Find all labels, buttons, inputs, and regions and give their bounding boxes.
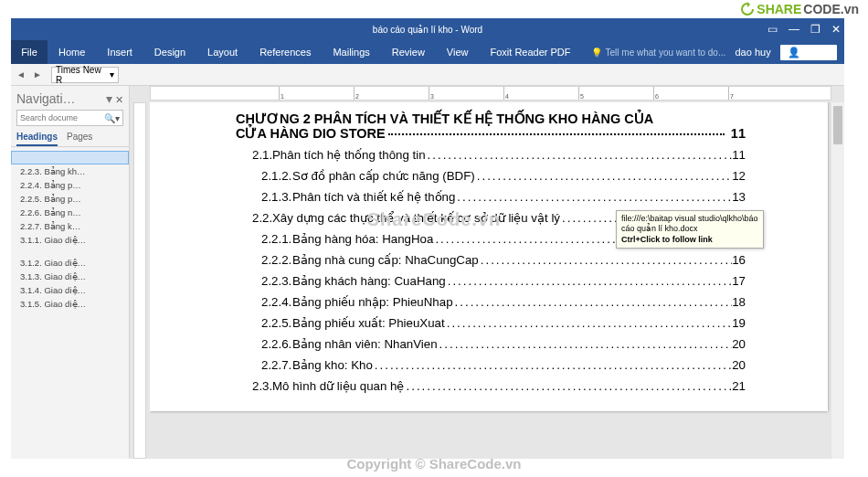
ribbon-tab-design[interactable]: Design [143, 40, 196, 64]
toc-number: 2.2.6. [236, 337, 292, 351]
nav-heading-item[interactable]: 3.1.1. Giao diệ… [11, 233, 129, 247]
toc-entry[interactable]: 2.2.7.Bảng kho: Kho ....................… [236, 358, 746, 372]
toc-page: 11 [732, 148, 746, 162]
toc-entry[interactable]: 2.2.6.Bảng nhân viên: NhanVien .........… [236, 337, 746, 351]
ribbon-tab-references[interactable]: References [249, 40, 322, 64]
vertical-ruler[interactable] [133, 102, 146, 459]
nav-heading-item[interactable]: 3.1.5. Giao diệ… [11, 297, 129, 311]
toc-text: Mô hình dữ liệu quan hệ [272, 379, 405, 393]
toc-entry[interactable]: 2.2.4.Bảng phiếu nhập: PhieuNhap .......… [236, 295, 746, 309]
site-watermark-logo: SHARECODE.vn [740, 2, 859, 16]
close-button[interactable]: ✕ [831, 23, 841, 36]
toc-page: 20 [732, 358, 746, 372]
nav-forward-icon[interactable]: ► [31, 69, 44, 81]
nav-heading-item[interactable]: 3.1.3. Giao diệ… [11, 270, 129, 283]
document-page[interactable]: CHƯƠNG 2 PHÂN TÍCH VÀ THIẾT KẾ HỆ THỐNG … [150, 102, 828, 411]
restore-button[interactable]: ❐ [810, 23, 820, 36]
recycle-icon [740, 2, 755, 16]
chevron-down-icon: ▾ [110, 69, 114, 80]
toc-number: 2.2.2. [236, 253, 292, 267]
toc-text: Xây dựng các thực thể và thiết kế cơ sở … [272, 211, 560, 225]
nav-heading-item[interactable] [11, 151, 129, 164]
nav-tab-pages[interactable]: Pages [67, 132, 92, 146]
toc-number: 2.2.7. [236, 358, 292, 372]
ribbon-tab-insert[interactable]: Insert [96, 40, 143, 64]
toc-page: 13 [732, 190, 746, 204]
toc-text: Bảng phiếu xuất: PhieuXuat [292, 316, 445, 330]
tell-me-box[interactable]: 💡 Tell me what you want to do... [582, 48, 736, 58]
ribbon-tab-layout[interactable]: Layout [196, 40, 249, 64]
window-title: báo cáo quản lí kho - Word [373, 25, 482, 35]
toc-text: Bảng kho: Kho [292, 358, 373, 372]
toc-leader: ........................................… [405, 379, 733, 393]
toc-number: 2.1. [236, 148, 272, 162]
toc-entry[interactable]: 2.1.2.Sơ đồ phân cấp chức năng (BDF) ...… [236, 169, 746, 183]
ribbon: File HomeInsertDesignLayoutReferencesMai… [11, 40, 844, 64]
nav-heading-item[interactable]: 2.2.5. Bảng p… [11, 192, 129, 206]
horizontal-ruler[interactable]: 1234567 [150, 86, 831, 101]
minimize-button[interactable]: — [789, 23, 799, 36]
toc-leader [388, 133, 725, 135]
ribbon-display-icon[interactable]: ▭ [767, 23, 778, 36]
quick-access-toolbar: ◄ ► Times New R▾ [11, 64, 844, 86]
word-window: báo cáo quản lí kho - Word ▭ — ❐ ✕ File … [11, 18, 844, 459]
bulb-icon: 💡 [591, 48, 602, 58]
toc-entry[interactable]: 2.1.3.Phân tích và thiết kế hệ thống ...… [236, 190, 746, 204]
chapter-title-line2: CỬA HÀNG DIO STORE [236, 126, 386, 141]
navpane-close-icon[interactable]: ✕ [115, 94, 123, 105]
toc-leader: ........................................… [453, 295, 733, 309]
nav-back-icon[interactable]: ◄ [15, 69, 27, 81]
toc-page: 18 [732, 295, 746, 309]
toc-entry[interactable]: 2.1.Phân tích hệ thống thông tin .......… [236, 148, 746, 162]
toc-text: Bảng hàng hóa: HangHoa [292, 232, 433, 246]
toc-text: Bảng nhân viên: NhanVien [292, 337, 438, 351]
toc-number: 2.2.5. [236, 316, 292, 330]
navigation-search[interactable]: 🔍▾ [16, 110, 123, 126]
nav-heading-item[interactable]: 3.1.4. Giao diệ… [11, 283, 129, 297]
ribbon-tab-home[interactable]: Home [48, 40, 96, 64]
search-input[interactable] [20, 113, 93, 122]
toc-page: 20 [732, 337, 746, 351]
bottom-watermark: Copyright © ShareCode.vn [346, 456, 521, 472]
share-icon: 👤 [788, 47, 800, 58]
toc-text: Bảng nhà cung cấp: NhaCungCap [292, 253, 479, 267]
toc-leader: ........................................… [446, 274, 733, 288]
font-name-dropdown[interactable]: Times New R▾ [51, 67, 119, 83]
toc-number: 2.1.2. [236, 169, 292, 183]
navigation-pane-title: Navigati… [16, 91, 76, 106]
chapter-title-line1: CHƯƠNG 2 PHÂN TÍCH VÀ THIẾT KẾ HỆ THỐNG … [236, 111, 653, 126]
nav-heading-item[interactable]: 2.2.6. Bảng n… [11, 206, 129, 219]
account-user[interactable]: dao huy [735, 47, 770, 58]
nav-heading-item[interactable]: 2.2.7. Bảng k… [11, 219, 129, 233]
toc-leader: ........................................… [426, 148, 733, 162]
toc-leader: ........................................… [445, 316, 733, 330]
toc-text: Sơ đồ phân cấp chức năng (BDF) [292, 169, 475, 183]
nav-heading-item[interactable]: 2.2.3. Bảng kh… [11, 164, 129, 178]
share-button[interactable]: 👤 Share [780, 45, 837, 60]
toc-entry[interactable]: 2.2.2.Bảng nhà cung cấp: NhaCungCap ....… [236, 253, 746, 267]
scrollbar-thumb[interactable] [833, 106, 842, 144]
chapter-page: 11 [727, 126, 746, 141]
ribbon-tab-view[interactable]: View [436, 40, 480, 64]
toc-text: Phân tích hệ thống thông tin [272, 148, 426, 162]
ribbon-tab-foxit-reader-pdf[interactable]: Foxit Reader PDF [480, 40, 582, 64]
file-tab[interactable]: File [11, 40, 48, 64]
toc-leader: ........................................… [373, 358, 732, 372]
toc-entry[interactable]: 2.2.3.Bảng khách hàng: CuaHang .........… [236, 274, 746, 288]
nav-heading-item[interactable]: 2.2.4. Bảng p… [11, 178, 129, 192]
toc-number: 2.2. [236, 211, 272, 225]
nav-tab-headings[interactable]: Headings [16, 132, 58, 146]
toc-text: Phân tích và thiết kế hệ thống [292, 190, 455, 204]
ribbon-tab-mailings[interactable]: Mailings [322, 40, 380, 64]
title-bar: báo cáo quản lí kho - Word ▭ — ❐ ✕ [11, 18, 844, 40]
navpane-menu-icon[interactable]: ▾ [106, 91, 112, 106]
toc-page: 21 [732, 379, 746, 393]
toc-entry[interactable]: 2.2.5.Bảng phiếu xuất: PhieuXuat .......… [236, 316, 746, 330]
nav-heading-item[interactable]: 3.1.2. Giao diệ… [11, 256, 129, 270]
toc-number: 2.2.3. [236, 274, 292, 288]
ribbon-tab-review[interactable]: Review [381, 40, 436, 64]
toc-entry[interactable]: 2.3.Mô hình dữ liệu quan hệ ............… [236, 379, 746, 393]
toc-leader: ........................................… [479, 253, 732, 267]
search-icon[interactable]: 🔍▾ [104, 113, 120, 123]
vertical-scrollbar[interactable] [831, 102, 844, 459]
